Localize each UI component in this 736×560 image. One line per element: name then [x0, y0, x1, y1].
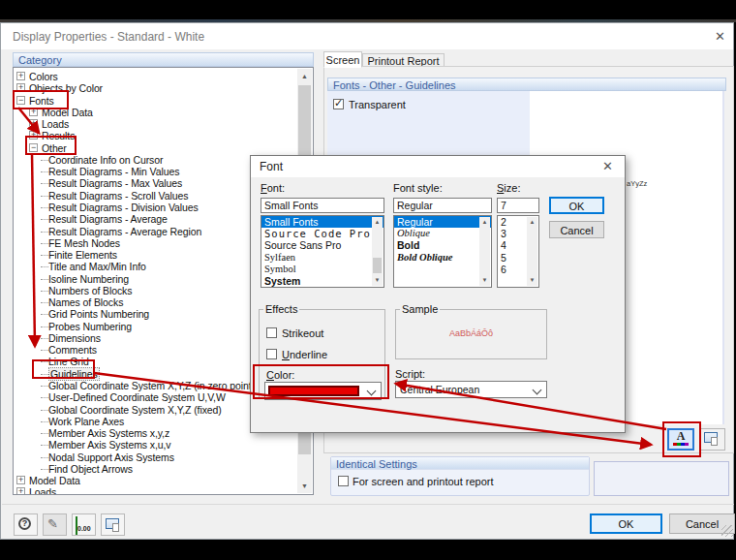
tree-item-nodal-support-axis-systems[interactable]: Nodal Support Axis Systems	[14, 451, 304, 463]
tree-item-label: Comments	[48, 344, 97, 356]
tree-connector	[41, 171, 48, 172]
dialog-title: Display Properties - Standard - White	[13, 30, 204, 44]
tree-item-loads[interactable]: +Loads	[14, 486, 304, 495]
category-header: Category	[13, 52, 314, 67]
tree-item-colors[interactable]: +Colors	[14, 71, 304, 82]
pencil-icon: ✎	[47, 516, 58, 531]
tree-connector	[41, 279, 48, 280]
tree-item-label: Probes Numbering	[48, 321, 132, 332]
tree-item-fonts[interactable]: −Fonts	[14, 95, 304, 107]
tree-item-other[interactable]: −Other	[14, 142, 304, 154]
tree-item-label: Result Diagrams - Max Values	[48, 177, 182, 189]
tree-item-objects-by-color[interactable]: +Objects by Color	[14, 82, 304, 94]
collapse-icon[interactable]: −	[16, 96, 25, 105]
list-scrollbar[interactable]: ▲ ▼	[527, 217, 537, 286]
edit-button[interactable]: ✎	[43, 513, 67, 536]
color-label: Color:	[266, 369, 294, 381]
font-size-list[interactable]: 23456 ▲ ▼	[497, 215, 539, 288]
tree-item-model-data[interactable]: +Model Data	[14, 107, 304, 118]
tree-connector	[41, 410, 48, 411]
tree-item-label: User-Defined Coordinate System U,V,W	[48, 391, 226, 403]
script-dropdown[interactable]: Central European	[395, 381, 547, 398]
strikeout-checkbox[interactable]	[266, 327, 277, 338]
expand-icon[interactable]: +	[16, 72, 25, 80]
tree-item-label: Title and Max/Min Info	[48, 261, 146, 272]
underline-checkbox[interactable]	[266, 349, 277, 359]
scroll-up-icon[interactable]: ▲	[527, 217, 537, 228]
scrollbar-thumb[interactable]	[373, 258, 382, 273]
tree-item-member-axis-systems-x-u-v[interactable]: Member Axis Systems x,u,v	[14, 439, 304, 451]
tree-item-label: Result Diagrams - Min Values	[48, 166, 179, 177]
expand-icon[interactable]: +	[29, 108, 38, 116]
font-ok-button[interactable]: OK	[549, 197, 604, 214]
scroll-up-icon[interactable]: ▲	[479, 217, 490, 228]
scroll-down-icon[interactable]: ▼	[527, 275, 537, 286]
scroll-down-icon[interactable]: ▼	[297, 479, 312, 493]
transparent-label: Transparent	[349, 99, 406, 110]
color-dropdown[interactable]	[264, 382, 382, 400]
expand-icon[interactable]: +	[16, 83, 25, 92]
scroll-down-icon[interactable]: ▼	[372, 275, 383, 286]
tab-screen[interactable]: Screen	[323, 51, 362, 68]
tree-item-label: Colors	[29, 71, 58, 82]
collapse-icon[interactable]: −	[29, 143, 38, 152]
list-scrollbar[interactable]: ▲ ▼	[479, 217, 490, 286]
tree-item-model-data[interactable]: +Model Data	[14, 475, 304, 486]
font-name-list[interactable]: Small FontsSource Code ProSource Sans Pr…	[261, 215, 384, 288]
font-option-symbol[interactable]: Symbol	[261, 264, 383, 275]
list-scrollbar[interactable]: ▲ ▼	[372, 217, 383, 286]
scroll-up-icon[interactable]: ▲	[297, 69, 312, 83]
font-a-icon: A	[669, 430, 692, 443]
font-name-field[interactable]: Small Fonts	[261, 198, 384, 213]
display-settings-button[interactable]	[101, 513, 125, 536]
tree-connector	[41, 219, 48, 220]
tree-connector	[41, 445, 48, 446]
font-settings-button[interactable]: A	[667, 428, 694, 451]
font-option-source-code-pro[interactable]: Source Code Pro	[261, 228, 383, 239]
preview-sample-text: aYyZz	[627, 179, 647, 188]
resize-grip[interactable]	[721, 525, 733, 537]
expand-icon[interactable]: +	[29, 119, 38, 128]
tree-item-label: Member Axis Systems x,y,z	[48, 427, 169, 439]
close-icon[interactable]: ✕	[715, 29, 725, 44]
expand-icon[interactable]: +	[29, 131, 38, 140]
font-size-field[interactable]: 7	[497, 198, 539, 213]
scroll-down-icon[interactable]: ▼	[479, 275, 490, 286]
tree-item-label: Fonts	[29, 95, 54, 107]
expand-icon[interactable]: +	[16, 487, 25, 495]
tree-item-label: FE Mesh Nodes	[48, 237, 120, 249]
transparent-checkbox[interactable]: ✓	[333, 99, 344, 109]
font-dialog-title: Font	[260, 160, 283, 173]
check-icon: ✓	[334, 97, 343, 109]
tree-item-label: Numbers of Blocks	[48, 285, 132, 296]
close-icon[interactable]: ✕	[602, 159, 613, 173]
expand-icon[interactable]: +	[16, 476, 25, 484]
tree-item-label: Global Coordinate System X,Y,Z (fixed)	[48, 404, 222, 416]
tree-item-find-object-arrows[interactable]: Find Object Arrows	[14, 463, 304, 475]
empty-info-panel	[594, 461, 729, 496]
scroll-up-icon[interactable]: ▲	[372, 217, 383, 228]
decimal-places-button[interactable]: 0.00	[72, 513, 96, 536]
ok-button[interactable]: OK	[590, 513, 662, 534]
font-option-sylfaen[interactable]: Sylfaen	[261, 252, 383, 264]
tree-item-label: Global Coordinate System X,Y,Z (in zero …	[48, 380, 255, 391]
style-option-bold-oblique[interactable]: Bold Oblique	[394, 252, 491, 264]
tree-item-label: Dimensions	[48, 332, 101, 344]
help-button[interactable]: ?	[14, 513, 38, 536]
tree-item-label: Result Diagrams - Division Values	[48, 202, 199, 213]
font-cancel-button[interactable]: Cancel	[549, 221, 604, 238]
display-default-button[interactable]	[699, 428, 725, 451]
tree-item-loads[interactable]: +Loads	[14, 118, 304, 130]
style-option-regular[interactable]: Regular	[394, 216, 491, 228]
font-option-system[interactable]: System	[261, 275, 383, 287]
font-style-field[interactable]: Regular	[393, 198, 492, 213]
style-option-bold[interactable]: Bold	[394, 239, 491, 251]
tree-item-results[interactable]: +Results	[14, 130, 304, 141]
font-style-list[interactable]: RegularObliqueBoldBold Oblique ▲ ▼	[393, 215, 492, 288]
tree-item-label: Result Diagrams - Average	[48, 213, 168, 225]
font-option-source-sans-pro[interactable]: Source Sans Pro	[261, 239, 383, 251]
font-option-small-fonts[interactable]: Small Fonts	[261, 216, 383, 228]
tree-connector	[41, 361, 48, 362]
style-option-oblique[interactable]: Oblique	[394, 228, 491, 239]
for-screen-printout-checkbox[interactable]	[338, 476, 349, 486]
